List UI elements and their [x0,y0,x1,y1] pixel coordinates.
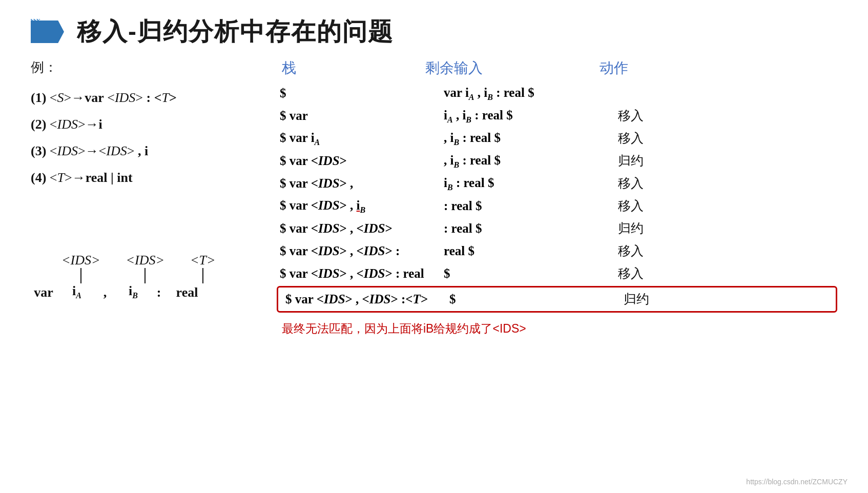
stack-cell: $ var iA [277,128,441,149]
stack-cell: $ var <IDS> , iB [277,196,441,216]
input-cell: : real $ [441,219,615,238]
table-row: $ var <IDS> , <IDS> : real $ 移入 [277,262,837,285]
table-body: $ var iA , iB : real $ $ var iA , iB : r… [277,82,837,313]
input-cell: iB : real $ [441,173,615,194]
table-row: $ var <IDS> , iB : real $ 归约 [277,150,837,172]
stack-cell: $ var <IDS> [277,151,441,171]
left-panel: 例： (1) <S>→var <IDS> : <T> (2) <IDS>→i (… [31,58,246,337]
action-cell: 移入 [615,241,707,261]
action-cell: 移入 [615,174,707,193]
input-cell: iA , iB : real $ [441,106,615,126]
table-row-highlighted: $ var <IDS> , <IDS> :<T> $ 归约 [277,286,837,313]
col-stack: 栈 [277,58,420,78]
example-label: 例： [31,58,246,76]
col-input: 剩余输入 [420,58,594,78]
error-message: 最终无法匹配，因为上面将iB给规约成了<IDS> [277,321,837,337]
stack-cell: $ var <IDS> , <IDS> : real [277,264,441,283]
right-panel: 栈 剩余输入 动作 $ var iA , iB : real $ $ var i… [277,58,837,337]
action-cell: 移入 [615,106,707,126]
table-row: $ var iA , iB : real $ [277,82,837,105]
header: 移入-归约分析中存在的问题 [0,0,868,58]
action-cell: 归约 [615,219,707,238]
watermark: https://blog.csdn.net/ZCMUCZY [746,478,848,486]
table-row: $ var <IDS> , <IDS> : real $ 归约 [277,217,837,240]
tree-diagram: <IDS> <IDS> <T> var iA , iB [31,253,246,300]
table-row: $ var <IDS> , <IDS> : real $ 移入 [277,240,837,262]
col-action: 动作 [594,58,687,78]
action-cell: 移入 [615,264,707,283]
stack-cell: $ var <IDS> , <IDS> [277,219,441,238]
main-content: 例： (1) <S>→var <IDS> : <T> (2) <IDS>→i (… [0,58,868,337]
stack-cell: $ var [277,106,441,126]
stack-cell: $ var <IDS> , <IDS> :<T> [282,290,446,309]
rule-3: (3) <IDS>→<IDS> , i [31,138,246,165]
table-row: $ var iA , iB : real $ 移入 [277,105,837,127]
table-row: $ var <IDS> , iB : real $ 移入 [277,195,837,217]
table-row: $ var <IDS> , iB : real $ 移入 [277,172,837,195]
page-title: 移入-归约分析中存在的问题 [77,15,394,48]
table-row: $ var iA , iB : real $ 移入 [277,127,837,150]
input-cell: $ [441,264,615,283]
input-cell: real $ [441,241,615,261]
input-cell: var iA , iB : real $ [441,83,615,104]
rule-2: (2) <IDS>→i [31,111,246,138]
rule-4: (4) <T>→real | int [31,165,246,191]
table-header: 栈 剩余输入 动作 [277,58,837,78]
action-cell: 移入 [615,129,707,148]
action-cell: 归约 [621,290,713,309]
input-cell: , iB : real $ [441,128,615,149]
header-arrow-icon [31,19,67,45]
action-cell: 归约 [615,151,707,171]
stack-cell: $ [277,84,441,103]
input-cell: , iB : real $ [441,151,615,171]
stack-cell: $ var <IDS> , <IDS> : [277,241,441,261]
stack-cell: $ var <IDS> , [277,174,441,193]
action-cell: 移入 [615,196,707,216]
grammar-rules: (1) <S>→var <IDS> : <T> (2) <IDS>→i (3) … [31,85,246,191]
rule-1: (1) <S>→var <IDS> : <T> [31,85,246,111]
input-cell: : real $ [441,196,615,216]
input-cell: $ [446,290,621,309]
